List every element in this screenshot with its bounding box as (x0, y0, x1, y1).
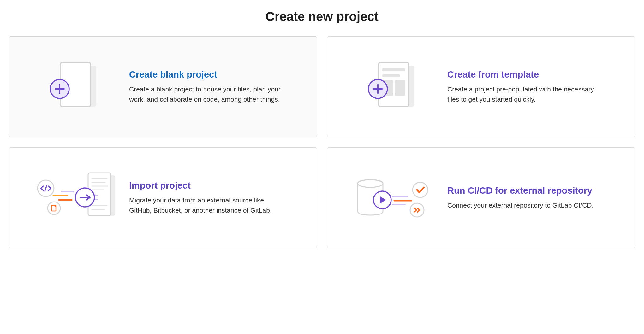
svg-point-38 (413, 182, 428, 197)
create-from-template-icon (345, 54, 440, 120)
panel-desc-import: Migrate your data from an external sourc… (129, 195, 281, 215)
svg-rect-10 (395, 80, 405, 96)
project-options-grid: Create blank project Create a blank proj… (9, 36, 635, 248)
svg-rect-8 (382, 74, 400, 77)
blank-project-icon (27, 54, 122, 120)
svg-rect-7 (382, 68, 405, 71)
import-project-icon (27, 165, 122, 231)
panel-title-template: Create from template (447, 69, 617, 80)
panel-title-blank: Create blank project (129, 69, 299, 80)
option-run-cicd-external[interactable]: Run CI/CD for external repository Connec… (327, 147, 635, 248)
option-create-from-template[interactable]: Create from template Create a project pr… (327, 36, 635, 137)
panel-desc-blank: Create a blank project to house your fil… (129, 84, 281, 104)
panel-desc-template: Create a project pre-populated with the … (447, 84, 599, 104)
option-import-project[interactable]: Import project Migrate your data from an… (9, 147, 317, 248)
run-cicd-icon (345, 165, 440, 231)
option-create-blank-project[interactable]: Create blank project Create a blank proj… (9, 36, 317, 137)
panel-title-cicd: Run CI/CD for external repository (447, 185, 617, 196)
page-title: Create new project (9, 9, 635, 24)
panel-title-import: Import project (129, 180, 299, 191)
svg-point-16 (48, 202, 60, 214)
panel-desc-cicd: Connect your external repository to GitL… (447, 200, 599, 210)
svg-point-33 (358, 180, 383, 187)
